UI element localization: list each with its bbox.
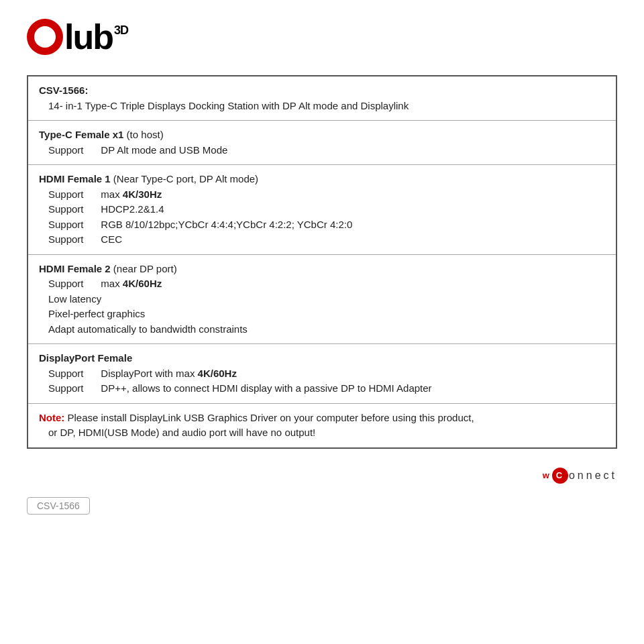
hdmi1-cell: HDMI Female 1 (Near Type-C port, DP Alt …	[28, 165, 616, 255]
table-row-note: Note: Please install DisplayLink USB Gra…	[28, 403, 616, 448]
hdmi1-value-1: HDCP2.2&1.4	[101, 203, 164, 215]
header: C lub3D	[0, 0, 644, 68]
csv-header-cell: CSV-1566: 14- in-1 Type-C Triple Display…	[28, 76, 616, 121]
section-header-typec: Type-C Female x1 (to host)	[39, 127, 605, 143]
logo-text: lub	[64, 19, 113, 54]
dp-line-1: Support DP++, allows to connect HDMI dis…	[39, 381, 605, 396]
hdmi1-label-2: Support	[48, 217, 95, 233]
note-line-1: Note: Please install DisplayLink USB Gra…	[39, 411, 605, 426]
hdmi2-bold-value-0: 4K/60Hz	[123, 278, 162, 289]
hdmi2-line-2: Pixel-perfect graphics	[39, 307, 605, 322]
section-header-hdmi2: HDMI Female 2 (near DP port)	[39, 262, 605, 277]
typec-cell: Type-C Female x1 (to host) Support DP Al…	[28, 121, 616, 165]
wconnect-logo: wConnect	[543, 468, 617, 484]
typec-support-value: DP Alt mode and USB Mode	[101, 144, 227, 156]
table-row-dp: DisplayPort Female Support DisplayPort w…	[28, 344, 616, 404]
hdmi1-line-1: Support HDCP2.2&1.4	[39, 202, 605, 217]
dp-value-0: DisplayPort with max 4K/60Hz	[101, 368, 237, 379]
section-header-csv: CSV-1566:	[39, 83, 605, 99]
dp-bold-value-0: 4K/60Hz	[198, 368, 237, 379]
dp-bold: DisplayPort Female	[39, 352, 132, 364]
table-row-typec: Type-C Female x1 (to host) Support DP Al…	[28, 121, 616, 165]
hdmi1-bold-value-0: 4K/30Hz	[123, 189, 162, 200]
wconnect-w: w	[543, 470, 551, 480]
hdmi1-label-0: Support	[48, 187, 95, 203]
footer-model-box: CSV-1566	[27, 497, 90, 515]
page: C lub3D CSV-1566: 14- in-1 Type-C Triple…	[0, 0, 644, 644]
dp-line-0: Support DisplayPort with max 4K/60Hz	[39, 366, 605, 382]
hdmi2-line-3: Adapt automatically to bandwidth constra…	[39, 322, 605, 337]
footer-model-text: CSV-1566	[37, 500, 80, 511]
table-row-hdmi2: HDMI Female 2 (near DP port) Support max…	[28, 254, 616, 344]
hdmi2-cell: HDMI Female 2 (near DP port) Support max…	[28, 254, 616, 344]
dp-label-1: Support	[48, 381, 95, 396]
note-cell: Note: Please install DisplayLink USB Gra…	[28, 403, 616, 448]
table-row-csv-header: CSV-1566: 14- in-1 Type-C Triple Display…	[28, 76, 616, 121]
spec-table: CSV-1566: 14- in-1 Type-C Triple Display…	[27, 75, 617, 449]
wconnect-circle: C	[552, 468, 568, 484]
hdmi1-line-2: Support RGB 8/10/12bpc;YCbCr 4:4:4;YCbCr…	[39, 217, 605, 233]
hdmi2-line-0: Support max 4K/60Hz	[39, 276, 605, 292]
dp-cell: DisplayPort Female Support DisplayPort w…	[28, 344, 616, 404]
hdmi1-line-3: Support CEC	[39, 232, 605, 248]
hdmi1-bold: HDMI Female 1	[39, 173, 111, 184]
note-label: Note:	[39, 412, 64, 423]
footer-model-area: CSV-1566	[0, 493, 644, 523]
typec-support-line: Support DP Alt mode and USB Mode	[39, 143, 605, 158]
hdmi2-line-1: Low latency	[39, 292, 605, 307]
hdmi2-value-1: Low latency	[48, 293, 101, 305]
wconnect-area: wConnect	[0, 462, 644, 493]
table-row-hdmi1: HDMI Female 1 (Near Type-C port, DP Alt …	[28, 165, 616, 255]
note-text2: or DP, HDMI(USB Mode) and audio port wil…	[48, 427, 315, 438]
csv-bold-label: CSV-1566:	[39, 85, 88, 96]
typec-normal: (to host)	[123, 129, 163, 140]
logo-3d-superscript: 3D	[114, 24, 128, 36]
note-line-2: or DP, HDMI(USB Mode) and audio port wil…	[39, 425, 605, 441]
section-header-dp: DisplayPort Female	[39, 351, 605, 366]
hdmi1-normal: (Near Type-C port, DP Alt mode)	[111, 173, 258, 184]
hdmi2-label-0: Support	[48, 276, 95, 292]
hdmi2-value-3: Adapt automatically to bandwidth constra…	[48, 323, 248, 335]
logo-container: C lub3D	[27, 19, 617, 55]
dp-value-1: DP++, allows to connect HDMI display wit…	[101, 382, 431, 394]
section-header-hdmi1: HDMI Female 1 (Near Type-C port, DP Alt …	[39, 172, 605, 187]
hdmi2-value-2: Pixel-perfect graphics	[48, 308, 145, 319]
wconnect-text: onnect	[569, 470, 617, 482]
hdmi1-value-0: max 4K/30Hz	[101, 189, 162, 200]
hdmi1-label-1: Support	[48, 202, 95, 217]
hdmi1-value-2: RGB 8/10/12bpc;YCbCr 4:4:4;YCbCr 4:2:2; …	[101, 219, 352, 230]
main-content: CSV-1566: 14- in-1 Type-C Triple Display…	[27, 75, 617, 449]
typec-bold: Type-C Female x1	[39, 129, 123, 140]
dp-label-0: Support	[48, 366, 95, 382]
hdmi2-value-0: max 4K/60Hz	[101, 278, 162, 289]
brand-logo: C lub3D	[27, 19, 128, 55]
hdmi1-line-0: Support max 4K/30Hz	[39, 187, 605, 203]
logo-c-icon: C	[27, 19, 63, 55]
logo-c-letter: C	[37, 28, 50, 46]
note-text: Please install DisplayLink USB Graphics …	[64, 412, 474, 423]
hdmi1-value-3: CEC	[101, 233, 122, 245]
typec-support-label: Support	[48, 143, 95, 158]
hdmi2-bold: HDMI Female 2	[39, 263, 111, 274]
hdmi2-normal: (near DP port)	[111, 263, 177, 274]
csv-description: 14- in-1 Type-C Triple Displays Docking …	[39, 99, 605, 114]
hdmi1-label-3: Support	[48, 232, 95, 248]
